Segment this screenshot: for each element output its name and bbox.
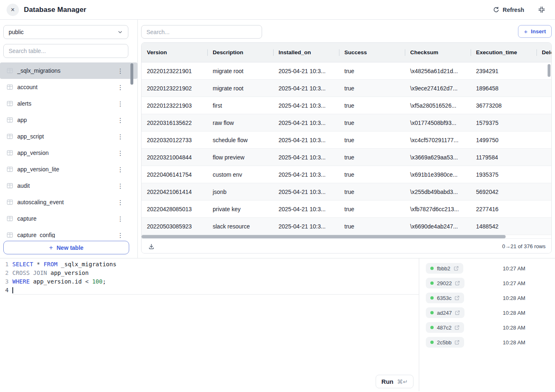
result-pill[interactable]: 29022 <box>426 278 464 288</box>
table-icon <box>7 67 13 74</box>
kebab-menu-icon[interactable]: ⋮ <box>116 100 125 108</box>
sql-editor[interactable]: 1SELECT * FROM _sqlx_migrations2CROSS JO… <box>0 258 419 391</box>
table-cell <box>536 149 551 166</box>
table-item-label: app <box>17 117 27 123</box>
sidebar-item-app_version[interactable]: app_version⋮ <box>0 145 137 161</box>
result-timestamp: 10:27 AM <box>503 265 525 272</box>
table-horizontal-scrollbar[interactable] <box>142 235 506 238</box>
table-cell: 2025-04-21 10:3... <box>273 62 339 79</box>
new-table-label: New table <box>56 244 83 251</box>
kebab-menu-icon[interactable]: ⋮ <box>116 198 125 206</box>
line-number: 3 <box>0 277 12 286</box>
table-cell: 20220123221901 <box>142 62 207 79</box>
table-cell: true <box>339 80 405 97</box>
code-line-2[interactable]: 2CROSS JOIN app_version <box>0 269 419 277</box>
kebab-menu-icon[interactable]: ⋮ <box>116 149 125 157</box>
text-cursor <box>12 287 13 293</box>
column-header-installed_on[interactable]: Installed_on <box>273 43 339 62</box>
result-id: ad247 <box>437 310 452 316</box>
column-header-version[interactable]: Version <box>142 43 207 62</box>
result-id: 6353c <box>437 295 451 301</box>
result-pill[interactable]: 487c2 <box>426 322 464 333</box>
table-cell: \x255db49babd3... <box>405 183 471 200</box>
table-row[interactable]: 20220123221901migrate root2025-04-21 10:… <box>142 62 551 80</box>
sidebar-item-app_version_lite[interactable]: app_version_lite⋮ <box>0 161 137 178</box>
result-pill[interactable]: 6353c <box>426 293 464 303</box>
table-vertical-scrollbar[interactable] <box>548 64 550 77</box>
sidebar-item-audit[interactable]: audit⋮ <box>0 178 137 194</box>
table-row[interactable]: 20220123221902migrate root2025-04-21 10:… <box>142 80 551 97</box>
run-button[interactable]: Run ⌘↵ <box>376 375 413 388</box>
table-row[interactable]: 20220320122733schedule flow2025-04-21 10… <box>142 131 551 149</box>
table-row[interactable]: 20220316135622raw flow2025-04-21 10:3...… <box>142 114 551 131</box>
result-pill[interactable]: ad247 <box>426 307 464 318</box>
sidebar-scrollbar[interactable] <box>130 63 133 85</box>
collapse-button[interactable] <box>538 6 545 13</box>
external-link-icon[interactable] <box>455 310 460 315</box>
external-link-icon[interactable] <box>455 295 460 300</box>
run-label: Run <box>381 378 393 385</box>
sidebar-item-account[interactable]: account⋮ <box>0 79 137 95</box>
external-link-icon[interactable] <box>455 340 460 345</box>
code-line-3[interactable]: 3WHERE app_version.id < 100; <box>0 277 419 286</box>
column-header-description[interactable]: Description <box>207 43 273 62</box>
table-item-label: _sqlx_migrations <box>17 67 60 74</box>
code-line-1[interactable]: 1SELECT * FROM _sqlx_migrations <box>0 260 419 269</box>
kebab-menu-icon[interactable]: ⋮ <box>116 166 125 173</box>
column-header-dele[interactable]: Dele <box>536 43 552 62</box>
column-header-execution_time[interactable]: Execution_time <box>471 43 536 62</box>
table-row[interactable]: 20220503085923slack resource2025-04-21 1… <box>142 218 551 235</box>
kebab-menu-icon[interactable]: ⋮ <box>116 116 125 124</box>
column-header-success[interactable]: Success <box>339 43 405 62</box>
sidebar-item-app[interactable]: app⋮ <box>0 112 137 128</box>
table-row[interactable]: 20220321004844flow preview2025-04-21 10:… <box>142 149 551 166</box>
sidebar-item-alerts[interactable]: alerts⋮ <box>0 95 137 112</box>
topbar-actions: Refresh <box>493 6 545 13</box>
schema-select[interactable]: public <box>3 25 128 39</box>
table-cell: 1499750 <box>471 131 536 148</box>
kebab-menu-icon[interactable]: ⋮ <box>116 83 125 91</box>
table-cell: \xfb7827d6cc213... <box>405 201 471 217</box>
result-pill[interactable]: fbbb2 <box>426 263 463 274</box>
main-section: public _sqlx_migrations⋮account⋮alerts⋮a… <box>0 20 555 258</box>
table-cell: slack resource <box>207 218 273 235</box>
sidebar-item-app_script[interactable]: app_script⋮ <box>0 128 137 145</box>
sidebar: public _sqlx_migrations⋮account⋮alerts⋮a… <box>0 20 138 258</box>
result-pill[interactable]: 2c5bb <box>426 337 464 348</box>
table-cell: true <box>339 97 405 114</box>
sidebar-item-_sqlx_migrations[interactable]: _sqlx_migrations⋮ <box>0 62 137 79</box>
kebab-menu-icon[interactable]: ⋮ <box>116 215 125 223</box>
column-header-checksum[interactable]: Checksum <box>405 43 471 62</box>
table-row[interactable]: 20220428085013private key2025-04-21 10:3… <box>142 201 551 218</box>
table-item-label: app_version_lite <box>17 166 59 173</box>
table-row[interactable]: 20220406141754custom env2025-04-21 10:3.… <box>142 166 551 183</box>
download-icon[interactable] <box>148 243 155 250</box>
external-link-icon[interactable] <box>454 266 459 271</box>
table-cell: 20220421061414 <box>142 183 207 200</box>
table-icon <box>7 215 13 222</box>
refresh-button[interactable]: Refresh <box>493 7 524 13</box>
table-search-input[interactable] <box>3 44 128 58</box>
table-cell: true <box>339 62 405 79</box>
table-item-label: app_version <box>17 150 49 156</box>
kebab-menu-icon[interactable]: ⋮ <box>116 231 125 238</box>
insert-button[interactable]: + Insert <box>518 25 552 38</box>
new-table-button[interactable]: + New table <box>3 241 129 254</box>
kebab-menu-icon[interactable]: ⋮ <box>116 182 125 190</box>
sidebar-item-capture[interactable]: capture⋮ <box>0 210 137 227</box>
external-link-icon[interactable] <box>455 325 460 330</box>
table-row[interactable]: 20220123221903first2025-04-21 10:3...tru… <box>142 97 551 114</box>
table-row[interactable]: 20220421061414jsonb2025-04-21 10:3...tru… <box>142 183 551 201</box>
sidebar-item-autoscaling_event[interactable]: autoscaling_event⋮ <box>0 194 137 210</box>
search-input[interactable] <box>141 25 262 39</box>
table-item-label: capture <box>17 215 37 222</box>
kebab-menu-icon[interactable]: ⋮ <box>116 67 125 75</box>
external-link-icon[interactable] <box>455 281 460 286</box>
table-cell <box>536 80 551 97</box>
sidebar-item-capture_config[interactable]: capture_config⋮ <box>0 227 137 238</box>
collapse-icon <box>538 6 545 13</box>
code-line-4[interactable]: 4 <box>0 286 419 295</box>
close-button[interactable]: × <box>7 4 19 16</box>
kebab-menu-icon[interactable]: ⋮ <box>116 133 125 141</box>
query-section: 1SELECT * FROM _sqlx_migrations2CROSS JO… <box>0 258 555 391</box>
